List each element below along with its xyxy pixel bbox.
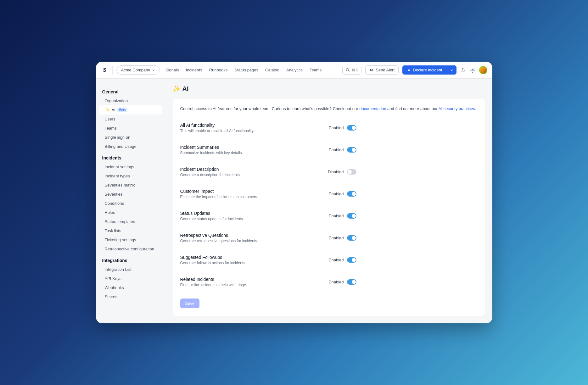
send-alert-button[interactable]: Send Alert bbox=[365, 65, 399, 75]
declare-incident-button-group: Declare incident bbox=[402, 65, 456, 75]
sidebar-item-status-templates[interactable]: Status templates bbox=[99, 217, 162, 226]
setting-left: Customer ImpactEstimate the impact of in… bbox=[180, 189, 329, 199]
sidebar-item-severities-matrix[interactable]: Severities matrix bbox=[99, 181, 162, 190]
setting-row-status-updates: Status UpdatesGenerate status updates fo… bbox=[180, 205, 356, 227]
setting-right: Enabled bbox=[329, 279, 356, 285]
sidebar: GeneralOrganization✨AIBetaUsersTeamsSing… bbox=[96, 79, 165, 323]
sidebar-item-label: Secrets bbox=[105, 294, 119, 299]
company-selector[interactable]: Acme Company bbox=[116, 65, 160, 75]
declare-incident-button[interactable]: Declare incident bbox=[402, 65, 446, 75]
toggle-customer-impact[interactable] bbox=[347, 191, 356, 197]
toggle-incident-summaries[interactable] bbox=[347, 147, 356, 153]
sidebar-item-label: API Keys bbox=[105, 276, 121, 281]
sidebar-item-label: Users bbox=[105, 117, 115, 121]
divider bbox=[112, 66, 113, 75]
notifications-button[interactable] bbox=[460, 67, 466, 73]
status-label: Disabled bbox=[328, 170, 344, 174]
send-alert-label: Send Alert bbox=[376, 68, 395, 72]
sidebar-item-users[interactable]: Users bbox=[99, 114, 162, 124]
sidebar-section-general: General bbox=[99, 87, 162, 96]
toggle-all-ai-functionality[interactable] bbox=[347, 125, 356, 131]
toggle-incident-description[interactable] bbox=[347, 169, 356, 175]
sidebar-item-billing-and-usage[interactable]: Billing and Usage bbox=[99, 142, 162, 151]
user-avatar[interactable] bbox=[479, 66, 487, 74]
sparkle-icon: ✨ bbox=[173, 85, 181, 92]
sidebar-item-roles[interactable]: Roles bbox=[99, 208, 162, 217]
page-title-text: AI bbox=[182, 85, 189, 92]
sidebar-item-integration-list[interactable]: Integration List bbox=[99, 265, 162, 274]
setting-row-related-incidents: Related IncidentsFind similar incidents … bbox=[180, 271, 356, 293]
nav-status-pages[interactable]: Status pages bbox=[234, 68, 258, 72]
setting-left: Suggested FollowupsGenerate followup act… bbox=[180, 255, 329, 265]
toggle-knob bbox=[352, 258, 356, 262]
nav-teams[interactable]: Teams bbox=[310, 68, 322, 72]
setting-description: Summarize incidents with key details. bbox=[180, 151, 329, 155]
nav-incidents[interactable]: Incidents bbox=[186, 68, 202, 72]
setting-row-all-ai-functionality: All AI functionalityThis will enable or … bbox=[180, 117, 356, 139]
declare-incident-dropdown[interactable] bbox=[447, 65, 456, 75]
svg-point-1 bbox=[371, 70, 372, 70]
sidebar-item-api-keys[interactable]: API Keys bbox=[99, 274, 162, 283]
setting-description: This will enable or disable all AI funct… bbox=[180, 129, 329, 133]
nav-runbooks[interactable]: Runbooks bbox=[209, 68, 228, 72]
intro-mid: and find out more about our bbox=[386, 106, 439, 111]
setting-left: Incident SummariesSummarize incidents wi… bbox=[180, 145, 329, 155]
sidebar-item-organization[interactable]: Organization bbox=[99, 96, 162, 105]
sidebar-item-ai[interactable]: ✨AIBeta bbox=[99, 105, 162, 114]
broadcast-icon bbox=[369, 68, 374, 72]
sidebar-item-retrospective-configuration[interactable]: Retrospective configuration bbox=[99, 244, 162, 254]
settings-button[interactable] bbox=[470, 67, 475, 73]
content-area: ✨ AI Control access to AI features for y… bbox=[165, 79, 492, 323]
toggle-status-updates[interactable] bbox=[347, 213, 356, 219]
sidebar-item-task-lists[interactable]: Task lists bbox=[99, 226, 162, 235]
sidebar-item-conditions[interactable]: Conditions bbox=[99, 199, 162, 208]
toggle-knob bbox=[348, 170, 352, 174]
declare-incident-label: Declare incident bbox=[413, 68, 442, 72]
nav-catalog[interactable]: Catalog bbox=[265, 68, 279, 72]
sidebar-item-incident-types[interactable]: Incident types bbox=[99, 171, 162, 181]
sidebar-item-label: Status templates bbox=[105, 219, 135, 224]
setting-left: Related IncidentsFind similar incidents … bbox=[180, 277, 329, 287]
status-label: Enabled bbox=[329, 214, 344, 218]
search-button[interactable]: ⌘K bbox=[342, 66, 361, 75]
fire-icon bbox=[407, 68, 411, 72]
toggle-retrospective-questions[interactable] bbox=[347, 235, 356, 241]
documentation-link[interactable]: documentation bbox=[359, 106, 386, 111]
sidebar-item-incident-settings[interactable]: Incident settings bbox=[99, 162, 162, 171]
sidebar-item-label: Ticketing settings bbox=[105, 237, 136, 242]
setting-title: Customer Impact bbox=[180, 189, 329, 194]
setting-title: Status Updates bbox=[180, 211, 329, 216]
sidebar-item-label: Integration List bbox=[105, 267, 132, 272]
company-name: Acme Company bbox=[121, 68, 150, 72]
page-title: ✨ AI bbox=[173, 85, 485, 92]
setting-right: Disabled bbox=[328, 169, 356, 175]
security-practices-link[interactable]: AI security practices. bbox=[439, 106, 476, 111]
save-button[interactable]: Save bbox=[180, 299, 200, 308]
setting-title: All AI functionality bbox=[180, 123, 329, 128]
sidebar-item-webhooks[interactable]: Webhooks bbox=[99, 283, 162, 292]
setting-description: Estimate the impact of incidents on cust… bbox=[180, 195, 329, 199]
toggle-related-incidents[interactable] bbox=[347, 279, 356, 285]
svg-point-0 bbox=[346, 69, 349, 71]
status-label: Enabled bbox=[329, 192, 344, 196]
sidebar-item-label: AI bbox=[112, 108, 115, 112]
status-label: Enabled bbox=[329, 126, 344, 130]
gear-icon bbox=[470, 67, 475, 73]
sidebar-item-label: Severities bbox=[105, 192, 123, 197]
settings-list: All AI functionalityThis will enable or … bbox=[180, 117, 477, 293]
nav-signals[interactable]: Signals bbox=[165, 68, 179, 72]
sidebar-item-secrets[interactable]: Secrets bbox=[99, 292, 162, 301]
setting-title: Retrospective Questions bbox=[180, 233, 329, 238]
status-label: Enabled bbox=[329, 258, 344, 262]
sidebar-item-ticketing-settings[interactable]: Ticketing settings bbox=[99, 235, 162, 244]
sidebar-item-teams[interactable]: Teams bbox=[99, 124, 162, 133]
setting-description: Generate retrospective questions for inc… bbox=[180, 239, 329, 243]
setting-row-suggested-followups: Suggested FollowupsGenerate followup act… bbox=[180, 249, 356, 271]
toggle-suggested-followups[interactable] bbox=[347, 257, 356, 263]
sidebar-item-label: Single sign on bbox=[105, 135, 131, 140]
chevron-down-icon bbox=[450, 69, 453, 72]
nav-analytics[interactable]: Analytics bbox=[286, 68, 303, 72]
setting-description: Generate followup actions for incidents. bbox=[180, 261, 329, 265]
sidebar-item-single-sign-on[interactable]: Single sign on bbox=[99, 133, 162, 142]
sidebar-item-severities[interactable]: Severities bbox=[99, 190, 162, 199]
